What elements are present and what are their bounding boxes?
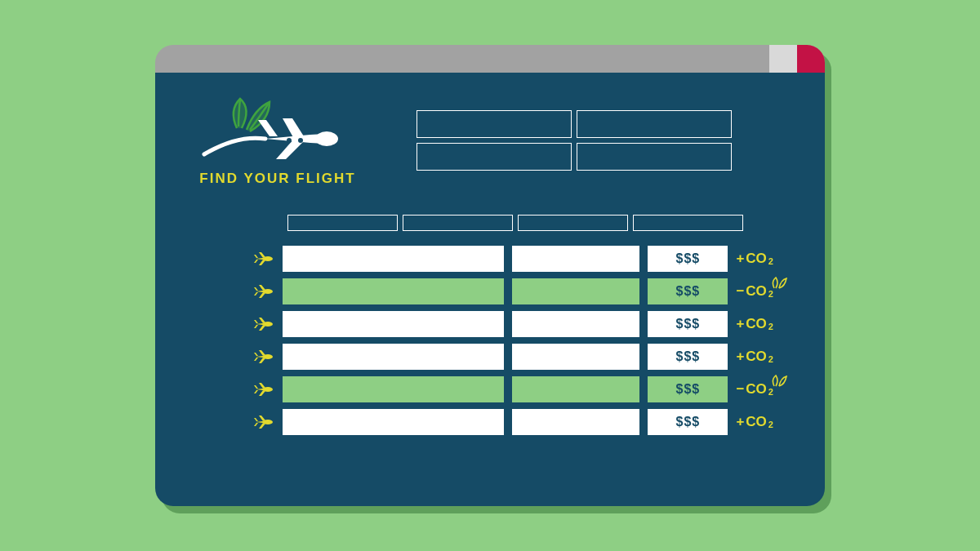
- search-from-input[interactable]: [416, 110, 572, 138]
- table-header: [287, 215, 792, 231]
- plane-icon: [253, 411, 274, 433]
- cell-flight: [283, 409, 504, 435]
- plane-icon: [253, 346, 274, 367]
- co2-badge: +CO2: [736, 251, 792, 267]
- cell-flight: [283, 376, 504, 402]
- cell-flight: [283, 311, 504, 337]
- titlebar: [155, 45, 825, 73]
- cell-price: $$$: [648, 278, 728, 304]
- cell-time: [512, 344, 640, 370]
- search-return-input[interactable]: [577, 143, 732, 171]
- svg-point-0: [315, 131, 338, 146]
- cell-price: $$$: [648, 344, 728, 370]
- table-row[interactable]: $$$ +CO2: [253, 311, 792, 337]
- cell-time: [512, 278, 640, 304]
- column-header[interactable]: [403, 215, 513, 231]
- plane-icon: [253, 248, 274, 269]
- column-header[interactable]: [287, 215, 398, 231]
- results-table: $$$ +CO2 $$$ −CO2 $$$: [253, 215, 792, 435]
- svg-point-2: [298, 138, 303, 143]
- search-to-input[interactable]: [577, 110, 732, 138]
- minimize-button[interactable]: [769, 45, 797, 73]
- app-window: FIND YOUR FLIGHT: [155, 45, 825, 506]
- leaf-icon: [769, 277, 787, 290]
- co2-badge: −CO2: [736, 381, 792, 398]
- table-row[interactable]: $$$ −CO2: [253, 376, 792, 402]
- cell-flight: [283, 344, 504, 370]
- cell-flight: [283, 246, 504, 272]
- close-button[interactable]: [797, 45, 825, 73]
- tagline: FIND YOUR FLIGHT: [199, 171, 355, 187]
- content-area: FIND YOUR FLIGHT: [155, 73, 825, 506]
- logo-block: FIND YOUR FLIGHT: [188, 94, 368, 187]
- airplane-leaf-logo-icon: [188, 94, 368, 167]
- cell-price: $$$: [648, 311, 728, 337]
- table-row[interactable]: $$$ +CO2: [253, 246, 792, 272]
- plane-icon: [253, 379, 274, 400]
- column-header[interactable]: [518, 215, 628, 231]
- cell-time: [512, 311, 640, 337]
- cell-price: $$$: [648, 409, 728, 435]
- co2-badge: +CO2: [736, 316, 792, 332]
- co2-badge: +CO2: [736, 349, 792, 365]
- table-row[interactable]: $$$ +CO2: [253, 344, 792, 370]
- cell-time: [512, 376, 640, 402]
- table-row[interactable]: $$$ −CO2: [253, 278, 792, 304]
- search-depart-input[interactable]: [416, 143, 572, 171]
- plane-icon: [253, 281, 274, 302]
- co2-badge: +CO2: [736, 414, 792, 430]
- cell-price: $$$: [648, 376, 728, 402]
- column-header[interactable]: [633, 215, 743, 231]
- cell-price: $$$: [648, 246, 728, 272]
- cell-time: [512, 409, 640, 435]
- plane-icon: [253, 313, 274, 335]
- co2-badge: −CO2: [736, 283, 792, 300]
- table-row[interactable]: $$$ +CO2: [253, 409, 792, 435]
- cell-flight: [283, 278, 504, 304]
- svg-point-1: [287, 138, 292, 143]
- cell-time: [512, 246, 640, 272]
- search-form: [416, 110, 732, 171]
- leaf-icon: [769, 375, 787, 388]
